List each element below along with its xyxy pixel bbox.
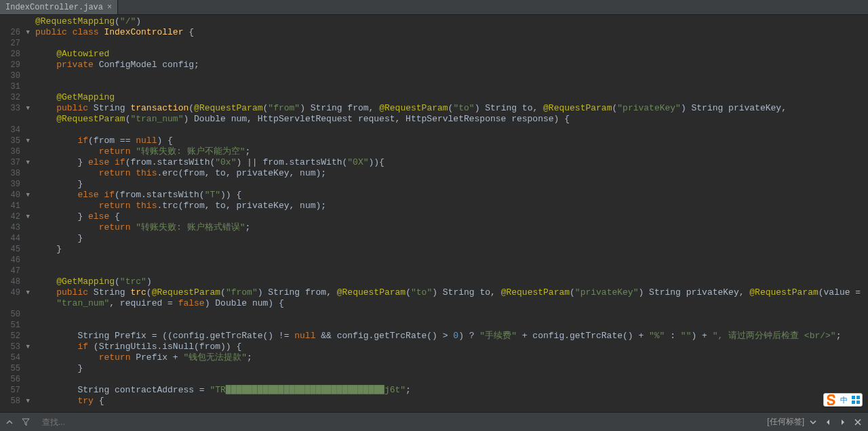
prev-result-icon[interactable]: [822, 416, 834, 428]
code-line[interactable]: return "转账失败: 账户格式错误";: [35, 222, 868, 233]
filter-icon[interactable]: [20, 417, 31, 428]
fold-toggle-icon[interactable]: ▼: [23, 103, 30, 114]
gutter-row: 56: [0, 374, 30, 385]
code-line[interactable]: [35, 309, 868, 320]
code-line[interactable]: if(from == null) {: [35, 136, 868, 146]
code-line[interactable]: [35, 81, 868, 92]
gutter-row: 52: [0, 331, 30, 342]
fold-toggle-icon[interactable]: ▼: [23, 287, 30, 298]
code-line[interactable]: return "转账失败: 账户不能为空";: [35, 146, 868, 157]
code-area[interactable]: @RequestMapping("/")public class IndexCo…: [33, 15, 868, 412]
code-line[interactable]: return this.erc(from, to, privateKey, nu…: [35, 168, 868, 179]
gutter-row: 41: [0, 201, 30, 211]
fold-toggle-icon[interactable]: ▼: [23, 342, 30, 352]
svg-rect-2: [852, 401, 855, 404]
chevron-up-icon[interactable]: [4, 417, 15, 428]
code-line[interactable]: @Autowired: [35, 49, 868, 60]
gutter-row: 33▼: [0, 103, 30, 114]
gutter-row: 34: [0, 125, 30, 136]
code-line[interactable]: }: [35, 233, 868, 244]
gutter-row: 49▼: [0, 287, 30, 298]
code-line[interactable]: try {: [35, 396, 868, 407]
status-bar: [任何标签]: [0, 412, 868, 431]
ime-indicator[interactable]: 中: [823, 393, 863, 407]
gutter-row: 31: [0, 81, 30, 92]
editor: 26▼27282930313233▼3435▼3637▼383940▼4142▼…: [0, 15, 868, 412]
gutter-row: 51: [0, 320, 30, 331]
tab-title: IndexController.java: [5, 3, 103, 12]
code-line[interactable]: } else if(from.startsWith("0x") || from.…: [35, 157, 868, 168]
code-line[interactable]: public String transaction(@RequestParam(…: [35, 103, 868, 114]
gutter-row: 48: [0, 276, 30, 287]
code-line[interactable]: }: [35, 244, 868, 255]
gutter-row: 40▼: [0, 190, 30, 201]
code-line[interactable]: private ConfigModel config;: [35, 60, 868, 70]
code-line[interactable]: public String trc(@RequestParam("from") …: [35, 287, 868, 298]
gutter-row: 50: [0, 309, 30, 320]
fold-toggle-icon[interactable]: ▼: [23, 211, 30, 222]
gutter-row: [0, 407, 30, 412]
code-line[interactable]: if (StringUtils.isNull(from)) {: [35, 342, 868, 352]
code-line[interactable]: [35, 374, 868, 385]
code-line[interactable]: else if(from.startsWith("T")) {: [35, 190, 868, 201]
chevron-down-icon[interactable]: [807, 416, 819, 428]
gutter-row: 57: [0, 385, 30, 396]
tag-filter-label[interactable]: [任何标签]: [767, 416, 804, 428]
code-line[interactable]: [35, 70, 868, 81]
code-line[interactable]: @RequestMapping("/"): [35, 16, 868, 27]
gutter-row: 37▼: [0, 157, 30, 168]
code-line[interactable]: String Prefix = ((config.getTrcRate() !=…: [35, 331, 868, 342]
fold-toggle-icon[interactable]: ▼: [23, 136, 30, 146]
next-result-icon[interactable]: [837, 416, 849, 428]
gutter-row: [0, 16, 30, 27]
code-line[interactable]: [35, 266, 868, 276]
close-search-icon[interactable]: [852, 416, 864, 428]
code-line[interactable]: }: [35, 179, 868, 190]
gutter-row: 36: [0, 146, 30, 157]
code-line[interactable]: @GetMapping: [35, 92, 868, 103]
code-line[interactable]: @RequestParam("tran_num") Double num, Ht…: [35, 114, 868, 125]
gutter-row: 32: [0, 92, 30, 103]
gutter-row: 45: [0, 244, 30, 255]
sogou-logo-icon: [826, 394, 837, 405]
code-line[interactable]: String contractAddress = "TR████████████…: [35, 385, 868, 396]
search-area: [42, 417, 245, 427]
gutter-row: 47: [0, 266, 30, 276]
gutter-row: 29: [0, 60, 30, 70]
gutter-row: 53▼: [0, 342, 30, 352]
ime-mode-label: 中: [840, 395, 848, 405]
code-line[interactable]: @GetMapping("trc"): [35, 276, 868, 287]
tab-bar: IndexController.java ×: [0, 0, 868, 15]
code-line[interactable]: [35, 125, 868, 136]
gutter-row: 26▼: [0, 27, 30, 38]
code-line[interactable]: [35, 320, 868, 331]
code-line[interactable]: public class IndexController {: [35, 27, 868, 38]
code-line[interactable]: [35, 38, 868, 49]
gutter-row: 42▼: [0, 211, 30, 222]
gutter-row: 30: [0, 70, 30, 81]
svg-rect-1: [856, 396, 860, 399]
code-line[interactable]: "tran_num", required = false) Double num…: [35, 298, 868, 309]
gutter-row: 46: [0, 255, 30, 266]
svg-rect-3: [856, 401, 860, 404]
gutter-row: 43: [0, 222, 30, 233]
fold-toggle-icon[interactable]: ▼: [23, 190, 30, 201]
ime-grid-icon: [851, 395, 861, 405]
fold-toggle-icon[interactable]: ▼: [23, 27, 30, 38]
code-line[interactable]: [35, 255, 868, 266]
gutter-row: 38: [0, 168, 30, 179]
code-line[interactable]: }: [35, 363, 868, 374]
gutter-row: 27: [0, 38, 30, 49]
code-line[interactable]: return this.trc(from, to, privateKey, nu…: [35, 201, 868, 211]
gutter-row: [0, 298, 30, 309]
fold-toggle-icon[interactable]: ▼: [23, 396, 30, 407]
gutter-row: 44: [0, 233, 30, 244]
code-line[interactable]: [35, 407, 868, 412]
code-line[interactable]: return Prefix + "钱包无法提款";: [35, 352, 868, 363]
file-tab[interactable]: IndexController.java ×: [0, 0, 118, 14]
fold-toggle-icon[interactable]: ▼: [23, 157, 30, 168]
code-line[interactable]: } else {: [35, 211, 868, 222]
close-icon[interactable]: ×: [107, 3, 112, 12]
search-input[interactable]: [42, 417, 245, 427]
gutter-row: 35▼: [0, 136, 30, 146]
